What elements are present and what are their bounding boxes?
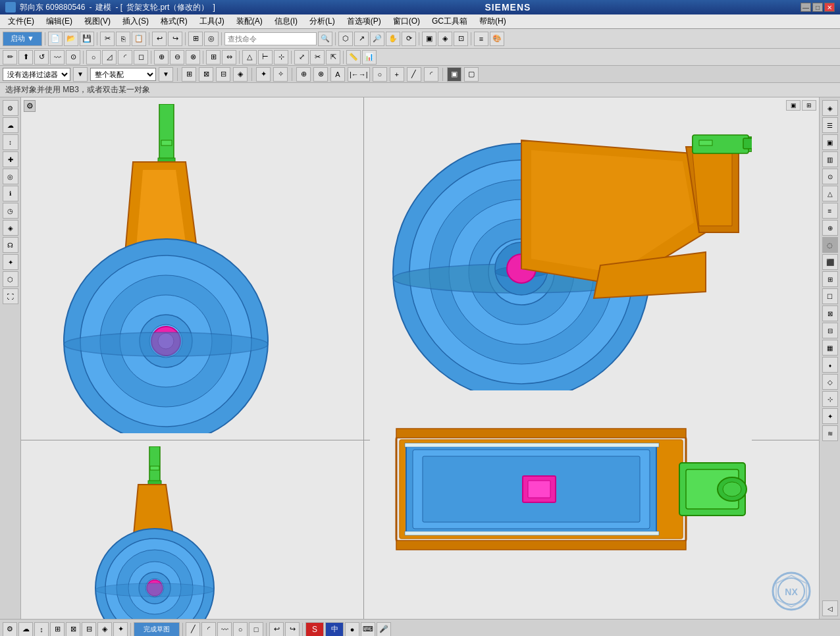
circle-bt[interactable]: ○ — [233, 622, 248, 637]
boolean-unite-button[interactable]: ⊕ — [154, 50, 169, 65]
right-tool-7[interactable]: ≡ — [822, 203, 838, 219]
view-toggle-1[interactable]: ▣ — [447, 67, 461, 82]
scope-dropdown-button[interactable]: ▼ — [159, 67, 173, 82]
menu-tools[interactable]: 工具(J) — [194, 14, 230, 28]
datum-plane-button[interactable]: △ — [242, 50, 257, 65]
menu-gctoolbox[interactable]: GC工具箱 — [427, 14, 473, 28]
left-tool-1[interactable]: ⚙ — [3, 100, 18, 116]
filter-icon-2[interactable]: ⊠ — [199, 67, 213, 82]
render-mode-button[interactable]: ▣ — [422, 32, 436, 46]
menu-assembly[interactable]: 装配(A) — [231, 14, 268, 28]
line-tool[interactable]: ╱ — [407, 67, 421, 82]
grid-button[interactable]: ⊞ — [188, 32, 203, 46]
right-tool-4[interactable]: ▥ — [822, 151, 838, 167]
deselect-button[interactable]: ✧ — [273, 67, 288, 82]
right-tool-19[interactable]: ✦ — [822, 408, 838, 424]
view-top-left[interactable] — [28, 104, 344, 433]
bt-5[interactable]: ⊠ — [66, 622, 80, 637]
search-input[interactable] — [224, 32, 317, 45]
right-tool-18[interactable]: ⊹ — [822, 391, 838, 407]
rect-bt[interactable]: □ — [249, 622, 263, 637]
measure-button[interactable]: 📏 — [346, 50, 361, 65]
extend-button[interactable]: ⇱ — [326, 50, 340, 65]
right-tool-17[interactable]: ◇ — [822, 374, 838, 390]
new-file-button[interactable]: 📄 — [48, 32, 63, 46]
snap-filter-1[interactable]: ⊕ — [296, 67, 311, 82]
blend-button[interactable]: ⊙ — [66, 50, 80, 65]
layout-1[interactable]: ▣ — [786, 100, 801, 111]
redo-bt[interactable]: ↪ — [285, 622, 300, 637]
dim-tool[interactable]: |←→| — [348, 67, 370, 82]
rotate-button[interactable]: ⟳ — [402, 32, 416, 46]
keyboard-button[interactable]: ⌨ — [361, 622, 375, 637]
arc-bt[interactable]: ◜ — [201, 622, 216, 637]
ime-bullet[interactable]: ● — [345, 622, 359, 637]
left-tool-4[interactable]: ✚ — [3, 151, 18, 167]
pattern-button[interactable]: ⊞ — [206, 50, 221, 65]
menu-analysis[interactable]: 分析(L) — [304, 14, 340, 28]
fillet-button[interactable]: ◜ — [118, 50, 132, 65]
bt-6[interactable]: ⊟ — [82, 622, 96, 637]
right-tool-8[interactable]: ⊕ — [822, 220, 838, 236]
start-button[interactable]: 启动 ▼ — [3, 32, 42, 46]
layer-button[interactable]: ≡ — [474, 32, 488, 46]
filter-icon-1[interactable]: ⊞ — [182, 67, 196, 82]
redo-button[interactable]: ↪ — [168, 32, 182, 46]
pan-button[interactable]: ✋ — [386, 32, 400, 46]
copy-button[interactable]: ⎘ — [116, 32, 130, 46]
color-button[interactable]: 🎨 — [490, 32, 504, 46]
revolve-button[interactable]: ↺ — [34, 50, 49, 65]
zoom-button[interactable]: 🔎 — [370, 32, 384, 46]
menu-preferences[interactable]: 首选项(P) — [342, 14, 386, 28]
left-tool-9[interactable]: ☊ — [3, 237, 18, 253]
select-all-button[interactable]: ✦ — [256, 67, 271, 82]
boolean-intersect-button[interactable]: ⊗ — [186, 50, 200, 65]
filter-settings-button[interactable]: ▼ — [73, 67, 88, 82]
menu-insert[interactable]: 插入(S) — [117, 14, 154, 28]
layout-2[interactable]: ⊞ — [802, 100, 816, 111]
right-tool-5[interactable]: ⊙ — [822, 169, 838, 184]
window-controls[interactable]: — □ ✕ — [801, 3, 835, 12]
sidebar-collapse-button[interactable]: ◁ — [822, 600, 838, 616]
view-bottom-left[interactable] — [28, 446, 350, 619]
right-tool-3[interactable]: ▣ — [822, 134, 838, 150]
view-layout-buttons[interactable]: ▣ ⊞ — [786, 100, 816, 111]
point-tool[interactable]: + — [390, 67, 404, 82]
right-tool-14[interactable]: ⊟ — [822, 323, 838, 338]
undo-button[interactable]: ↩ — [152, 32, 167, 46]
view-bottom-right[interactable] — [370, 397, 752, 581]
bt-4[interactable]: ⊞ — [50, 622, 65, 637]
menu-help[interactable]: 帮助(H) — [474, 14, 512, 28]
filter-icon-4[interactable]: ◈ — [233, 67, 248, 82]
search-button[interactable]: 🔍 — [318, 32, 332, 46]
scope-select[interactable]: 整个装配 — [90, 68, 156, 81]
right-tool-1[interactable]: ◈ — [822, 100, 838, 116]
hole-button[interactable]: ○ — [86, 50, 101, 65]
right-tool-10[interactable]: ⬛ — [822, 254, 838, 270]
view-settings-icon[interactable]: ⚙ — [24, 100, 36, 112]
orient-button[interactable]: ↗ — [354, 32, 369, 46]
object-filter-select[interactable]: 没有选择过滤器 — [3, 68, 70, 81]
right-tool-9[interactable]: ◌ — [822, 237, 838, 253]
left-tool-5[interactable]: ◎ — [3, 169, 18, 184]
filter-icon-3[interactable]: ⊟ — [216, 67, 230, 82]
datum-axis-button[interactable]: ⊢ — [258, 50, 273, 65]
left-tool-2[interactable]: ☁ — [3, 117, 18, 133]
extrude-button[interactable]: ⬆ — [18, 50, 33, 65]
wireframe-button[interactable]: ⊡ — [454, 32, 468, 46]
bt-2[interactable]: ☁ — [18, 622, 33, 637]
move-button[interactable]: ⤢ — [294, 50, 309, 65]
view-select-button[interactable]: ⬡ — [338, 32, 353, 46]
circle-tool[interactable]: ○ — [373, 67, 387, 82]
mic-button[interactable]: 🎤 — [377, 622, 391, 637]
view-toggle-2[interactable]: ▢ — [464, 67, 479, 82]
undo-bt[interactable]: ↩ — [269, 622, 284, 637]
left-tool-8[interactable]: ◈ — [3, 220, 18, 236]
text-tool[interactable]: A — [330, 67, 345, 82]
left-tool-6[interactable]: ℹ — [3, 186, 18, 201]
left-tool-7[interactable]: ◷ — [3, 203, 18, 219]
right-tool-15[interactable]: ▦ — [822, 340, 838, 356]
left-tool-3[interactable]: ↕ — [3, 134, 18, 150]
minimize-button[interactable]: — — [801, 3, 811, 12]
arc-tool[interactable]: ◜ — [424, 67, 438, 82]
